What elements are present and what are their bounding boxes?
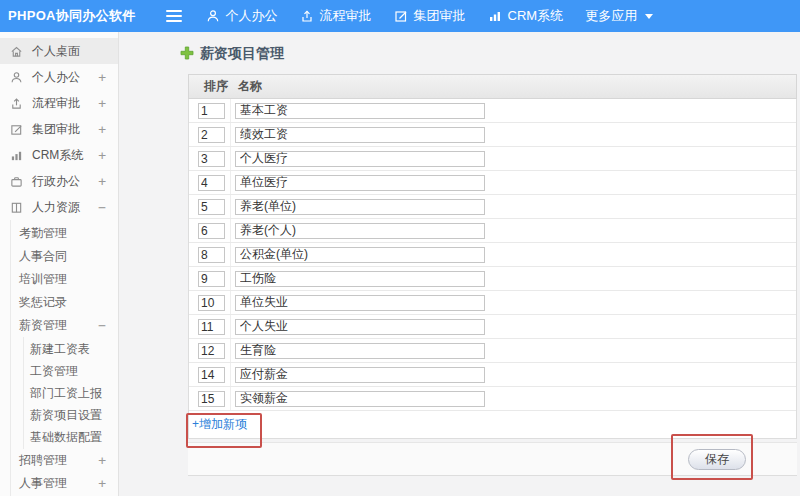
sidebar: 个人桌面 个人办公 + 流程审批 + 集团审批 + CRM系统 + 行政办公 +	[0, 32, 119, 496]
name-input[interactable]	[235, 223, 485, 239]
name-input[interactable]	[235, 367, 485, 383]
expand-plus-icon[interactable]: +	[98, 472, 106, 495]
expand-plus-icon[interactable]: +	[98, 122, 106, 137]
name-input[interactable]	[235, 199, 485, 215]
table-row	[189, 363, 796, 387]
sidebar-item-hr-contract[interactable]: 人事合同	[11, 245, 118, 268]
hr-submenu: 考勤管理 人事合同 培训管理 奖惩记录 薪资管理 − 新建工资表 工资管理 部门…	[10, 220, 118, 496]
bar-chart-icon	[488, 9, 502, 23]
nav-more-apps[interactable]: 更多应用	[585, 7, 653, 25]
order-input[interactable]	[198, 151, 225, 167]
sidebar-item-training-mgmt[interactable]: 培训管理	[11, 268, 118, 291]
table-row	[189, 123, 796, 147]
order-input[interactable]	[198, 223, 225, 239]
user-icon	[206, 9, 220, 23]
name-input[interactable]	[235, 175, 485, 191]
edit-square-icon	[394, 9, 408, 23]
collapse-minus-icon[interactable]: −	[98, 200, 106, 215]
order-input[interactable]	[198, 343, 225, 359]
form-footer: 保存	[188, 442, 797, 476]
sidebar-item-personal-office[interactable]: 个人办公 +	[0, 64, 118, 90]
sidebar-item-new-payroll[interactable]: 新建工资表	[24, 338, 118, 360]
table-row	[189, 171, 796, 195]
sidebar-item-attendance-mgmt[interactable]: 考勤管理	[11, 222, 118, 245]
order-input[interactable]	[198, 391, 225, 407]
sidebar-item-salary-mgmt[interactable]: 薪资管理 −	[11, 314, 118, 337]
expand-plus-icon[interactable]: +	[98, 96, 106, 111]
nav-flow-approval[interactable]: 流程审批	[300, 7, 372, 25]
order-input[interactable]	[198, 295, 225, 311]
order-input[interactable]	[198, 247, 225, 263]
sidebar-item-flow-approval[interactable]: 流程审批 +	[0, 90, 118, 116]
sidebar-item-crm-system[interactable]: CRM系统 +	[0, 142, 118, 168]
collapse-minus-icon[interactable]: −	[98, 314, 106, 337]
table-row	[189, 291, 796, 315]
name-input[interactable]	[235, 319, 485, 335]
sidebar-item-admin-office[interactable]: 行政办公 +	[0, 168, 118, 194]
name-input[interactable]	[235, 343, 485, 359]
sidebar-item-group-approval[interactable]: 集团审批 +	[0, 116, 118, 142]
table-row	[189, 339, 796, 363]
table-row	[189, 243, 796, 267]
name-input[interactable]	[235, 103, 485, 119]
sidebar-item-human-resources[interactable]: 人力资源 −	[0, 194, 118, 220]
name-input[interactable]	[235, 247, 485, 263]
app-logo: PHPOA协同办公软件	[8, 7, 136, 25]
order-input[interactable]	[198, 103, 225, 119]
expand-plus-icon[interactable]: +	[98, 174, 106, 189]
sidebar-item-personnel-mgmt[interactable]: 人事管理 +	[11, 472, 118, 495]
table-body: +增加新项	[188, 99, 797, 439]
page-title: 薪资项目管理	[180, 45, 284, 63]
name-input[interactable]	[235, 391, 485, 407]
add-plus-icon	[180, 46, 194, 63]
order-input[interactable]	[198, 319, 225, 335]
column-header-order: 排序	[189, 78, 231, 95]
column-header-name: 名称	[231, 78, 262, 95]
sidebar-item-reward-records[interactable]: 奖惩记录	[11, 291, 118, 314]
nav-personal-office[interactable]: 个人办公	[206, 7, 278, 25]
sidebar-item-personal-desktop[interactable]: 个人桌面	[0, 38, 118, 64]
table-row	[189, 195, 796, 219]
salary-submenu: 新建工资表 工资管理 部门工资上报 薪资项目设置 基础数据配置	[23, 337, 118, 449]
nav-crm-system[interactable]: CRM系统	[488, 7, 564, 25]
table-row	[189, 315, 796, 339]
sidebar-item-salary-item-settings[interactable]: 薪资项目设置	[24, 404, 118, 426]
caret-down-icon	[645, 14, 653, 19]
name-input[interactable]	[235, 295, 485, 311]
save-button[interactable]: 保存	[688, 449, 746, 470]
order-input[interactable]	[198, 367, 225, 383]
topbar: PHPOA协同办公软件 个人办公 流程审批 集团审批 CRM系统	[0, 0, 800, 32]
table-row	[189, 267, 796, 291]
home-icon	[10, 45, 24, 58]
main-content: 薪资项目管理 排序 名称	[120, 32, 800, 496]
expand-plus-icon[interactable]: +	[98, 449, 106, 472]
expand-plus-icon[interactable]: +	[98, 70, 106, 85]
add-new-item-link[interactable]: +增加新项	[192, 416, 247, 433]
book-icon	[10, 201, 24, 214]
add-item-row: +增加新项	[189, 411, 796, 438]
nav-group-approval[interactable]: 集团审批	[394, 7, 466, 25]
name-input[interactable]	[235, 271, 485, 287]
flow-approval-icon	[300, 9, 314, 23]
salary-items-table: 排序 名称	[188, 74, 797, 476]
order-input[interactable]	[198, 127, 225, 143]
sidebar-item-dept-payroll-report[interactable]: 部门工资上报	[24, 382, 118, 404]
order-input[interactable]	[198, 271, 225, 287]
edit-square-icon	[10, 123, 24, 136]
table-row	[189, 147, 796, 171]
table-header: 排序 名称	[188, 74, 797, 99]
name-input[interactable]	[235, 151, 485, 167]
table-row	[189, 99, 796, 123]
table-row	[189, 387, 796, 411]
topbar-nav: 个人办公 流程审批 集团审批 CRM系统 更多应用	[206, 7, 654, 25]
order-input[interactable]	[198, 199, 225, 215]
hamburger-menu-button[interactable]	[166, 10, 182, 22]
sidebar-item-basic-data-config[interactable]: 基础数据配置	[24, 426, 118, 448]
briefcase-icon	[10, 175, 24, 188]
sidebar-item-payroll-mgmt[interactable]: 工资管理	[24, 360, 118, 382]
expand-plus-icon[interactable]: +	[98, 148, 106, 163]
name-input[interactable]	[235, 127, 485, 143]
flow-approval-icon	[10, 97, 24, 110]
sidebar-item-recruitment-mgmt[interactable]: 招聘管理 +	[11, 449, 118, 472]
order-input[interactable]	[198, 175, 225, 191]
